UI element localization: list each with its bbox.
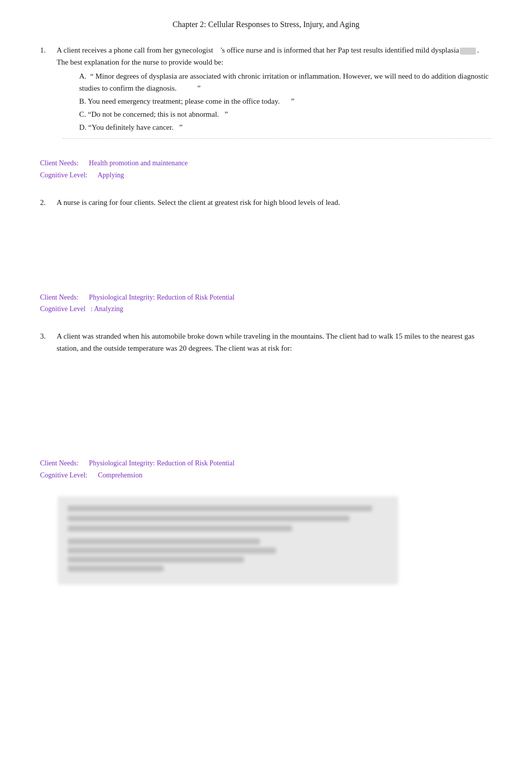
question-3-number: 3. [40,330,53,354]
question-1-option-b: B. You need emergency treatment; please … [79,95,492,107]
blurred-option-4 [68,566,164,572]
client-needs-label-1: Client Needs: [40,159,79,167]
question-3-text: 3. A client was stranded when his automo… [40,330,492,354]
question-1-option-a: A. “ Minor degrees of dysplasia are asso… [79,70,492,94]
cognitive-level-label-3: Cognitive Level: [40,471,87,479]
blurred-option-1 [68,539,260,545]
question-3-block: 3. A client was stranded when his automo… [40,330,492,481]
cognitive-level-label-1: Cognitive Level: [40,171,87,179]
question-3-client-needs: Client Needs: Physiological Integrity: R… [40,457,492,469]
question-4-block [40,496,492,585]
question-1-cognitive-level: Cognitive Level: Applying [40,169,492,181]
question-1-option-d: D. “You definitely have cancer. ” [79,121,492,133]
question-2-blank-area [40,212,492,283]
question-2-metadata: Client Needs: Physiological Integrity: R… [40,292,492,316]
question-4-blurred [58,496,398,585]
blurred-options [68,539,388,572]
question-1-body: A client receives a phone call from her … [57,44,492,134]
question-2-client-needs: Client Needs: Physiological Integrity: R… [40,292,492,304]
question-2-text: 2. A nurse is caring for four clients. S… [40,196,492,208]
question-2-body: A nurse is caring for four clients. Sele… [57,196,492,208]
question-3-cognitive-level: Cognitive Level: Comprehension [40,469,492,481]
question-1-options: A. “ Minor degrees of dysplasia are asso… [79,70,492,133]
client-needs-label-2: Client Needs: [40,294,79,301]
question-2-number: 2. [40,196,53,208]
cognitive-level-value-1: Applying [98,171,124,179]
question-3-metadata: Client Needs: Physiological Integrity: R… [40,457,492,481]
blurred-line-1 [68,505,372,511]
question-1-text: 1. A client receives a phone call from h… [40,44,492,134]
blurred-line-2 [68,515,350,522]
question-1-option-c: C. “Do not be concerned; this is not abn… [79,108,492,120]
question-3-body: A client was stranded when his automobil… [57,330,492,354]
cognitive-level-label-2: Cognitive Level : [40,305,93,313]
question-1-answer-indicator [63,138,492,148]
question-1-client-needs: Client Needs: Health promotion and maint… [40,157,492,169]
question-1-number: 1. [40,44,53,134]
question-2-block: 2. A nurse is caring for four clients. S… [40,196,492,316]
question-2-cognitive-level: Cognitive Level : Analyzing [40,303,492,315]
cognitive-level-value-3: Comprehension [98,471,142,479]
cognitive-level-value-2: Analyzing [94,305,123,313]
blurred-option-2 [68,548,276,554]
client-needs-value-2: Physiological Integrity: Reduction of Ri… [89,294,234,301]
client-needs-value-1: Health promotion and maintenance [89,159,188,167]
client-needs-value-3: Physiological Integrity: Reduction of Ri… [89,459,234,467]
blurred-line-3 [68,526,292,532]
question-1-block: 1. A client receives a phone call from h… [40,44,492,181]
client-needs-label-3: Client Needs: [40,459,79,467]
question-1-metadata: Client Needs: Health promotion and maint… [40,157,492,181]
page-title: Chapter 2: Cellular Responses to Stress,… [40,20,492,29]
question-3-blank-area [40,358,492,448]
blurred-option-3 [68,557,244,563]
